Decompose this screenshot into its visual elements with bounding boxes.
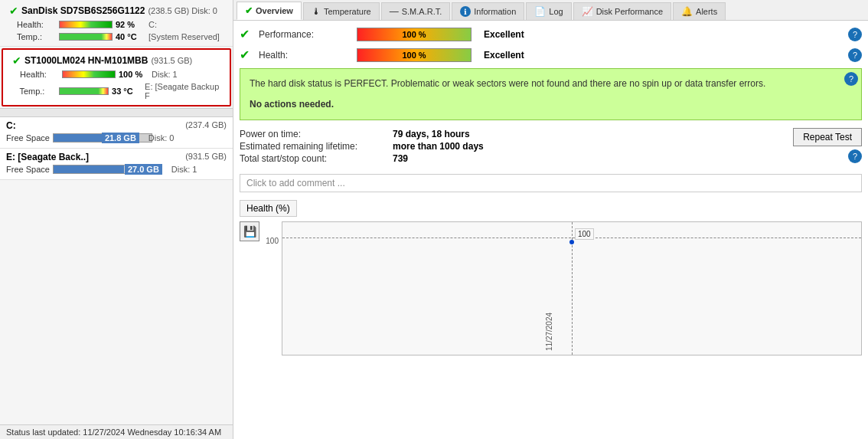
disk1-temp-bar: 40 °C [System Reserved]: [59, 32, 220, 41]
right-panel: ✔ Overview 🌡 Temperature — S.M.A.R.T. ℹ …: [233, 0, 868, 439]
information-icon: ℹ: [460, 6, 471, 17]
disk1-health-value: 92 %: [116, 20, 142, 29]
chart-canvas: 100 11/27/2024: [282, 221, 862, 355]
performance-row: ✔ Performance: 100 % Excellent ?: [240, 27, 862, 41]
tab-information[interactable]: ℹ Information: [452, 2, 524, 20]
disk1-temp-value: 40 °C: [116, 32, 142, 41]
tab-log[interactable]: 📄 Log: [526, 2, 571, 20]
stats-labels: Power on time: Estimated remaining lifet…: [240, 128, 393, 165]
disk2-temp-bar: 33 °C E: [Seagate Backup F: [59, 82, 220, 100]
tab-overview-label: Overview: [256, 6, 293, 15]
tab-alerts[interactable]: 🔔 Alerts: [673, 2, 726, 20]
perf-check-icon: ✔: [240, 27, 250, 41]
volume-e[interactable]: E: [Seagate Back..] (931.5 GB) Free Spac…: [0, 149, 233, 180]
status-bar: Status last updated: 11/27/2024 Wednesda…: [0, 424, 233, 439]
disk1-drive: C:: [148, 20, 157, 29]
disk2-check-icon: ✔: [12, 54, 21, 67]
disk2-temp-info: E: [Seagate Backup F: [145, 82, 220, 100]
smart-icon: —: [390, 6, 399, 17]
comment-box[interactable]: Click to add comment ...: [240, 174, 862, 192]
chart-x-label: 11/27/2024: [545, 313, 553, 351]
status-help-button[interactable]: ?: [844, 72, 858, 86]
disk1-title: SanDisk SD7SB6S256G1122: [21, 5, 145, 16]
startstop-value: 739: [393, 152, 793, 165]
lifetime-label: Estimated remaining lifetime:: [240, 140, 393, 152]
perf-rating: Excellent: [484, 29, 524, 40]
chart-datapoint: [569, 240, 574, 244]
tab-diskperf-label: Disk Performance: [596, 7, 663, 16]
volume-c-free-value: 21.8 GB: [102, 133, 139, 143]
disk2-item[interactable]: ✔ ST1000LM024 HN-M101MBB (931.5 GB) Heal…: [2, 48, 231, 106]
stats-values: 79 days, 18 hours more than 1000 days 73…: [393, 128, 793, 165]
startstop-label: Total start/stop count:: [240, 152, 393, 165]
perf-help-button[interactable]: ?: [848, 28, 862, 41]
comment-placeholder: Click to add comment ...: [246, 178, 345, 188]
disk2-health-label: Health:: [20, 70, 62, 79]
volume-e-free-value: 27.0 GB: [125, 164, 162, 175]
tab-smart[interactable]: — S.M.A.R.T.: [381, 2, 451, 20]
health-check-icon: ✔: [240, 48, 250, 62]
alerts-icon: 🔔: [681, 6, 693, 17]
diskperf-icon: 📈: [582, 6, 593, 17]
disk2-health-value: 100 %: [119, 70, 145, 79]
divider: [0, 108, 233, 117]
power-on-value: 79 days, 18 hours: [393, 128, 793, 140]
power-on-label: Power on time:: [240, 128, 393, 140]
disk2-title: ST1000LM024 HN-M101MBB: [24, 55, 148, 66]
disk1-item[interactable]: ✔ SanDisk SD7SB6S256G1122 (238.5 GB) Dis…: [0, 0, 233, 47]
chart-area: 💾 100 100 11/27: [240, 221, 862, 355]
temperature-icon: 🌡: [312, 6, 321, 17]
status-main-text: The hard disk status is PERFECT. Problem…: [250, 77, 852, 91]
disk1-size: (238.5 GB) Disk: 0: [148, 6, 217, 15]
chart-section: Health (%) 💾 100: [240, 200, 862, 355]
volume-e-free-label: Free Space: [6, 165, 50, 174]
health-row: ✔ Health: 100 % Excellent ?: [240, 48, 862, 62]
disk2-health-bar: 100 % Disk: 1: [62, 70, 178, 79]
chart-header: Health (%): [240, 200, 862, 217]
tab-information-label: Information: [474, 7, 516, 16]
chart-data-label: 100: [575, 228, 594, 240]
chart-title: Health (%): [240, 200, 297, 217]
volume-c[interactable]: C: (237.4 GB) Free Space 21.8 GB Disk: 0: [0, 117, 233, 149]
chart-save-button[interactable]: 💾: [240, 221, 259, 241]
perf-value: 100 %: [357, 28, 472, 41]
repeat-help-button[interactable]: ?: [848, 149, 862, 163]
volume-c-label: C:: [6, 120, 16, 131]
left-panel: ✔ SanDisk SD7SB6S256G1122 (238.5 GB) Dis…: [0, 0, 233, 439]
disk1-temp-label: Temp.:: [17, 32, 59, 41]
no-action-text: No actions needed.: [250, 97, 852, 112]
status-box: The hard disk status is PERFECT. Problem…: [240, 68, 862, 120]
volume-c-diskinfo: Disk: 0: [148, 133, 175, 143]
health-rating: Excellent: [484, 50, 524, 61]
tab-smart-label: S.M.A.R.T.: [402, 7, 442, 16]
perf-bar: 100 %: [357, 28, 472, 41]
tab-log-label: Log: [549, 7, 563, 16]
tab-overview[interactable]: ✔ Overview: [237, 2, 302, 20]
tab-diskperf[interactable]: 📈 Disk Performance: [573, 2, 671, 20]
chart-save-area: 💾: [240, 221, 259, 355]
disk2-drive: Disk: 1: [152, 70, 178, 79]
tab-bar: ✔ Overview 🌡 Temperature — S.M.A.R.T. ℹ …: [233, 0, 868, 21]
tab-temperature[interactable]: 🌡 Temperature: [303, 2, 380, 20]
health-bar: 100 %: [357, 48, 472, 62]
repeat-test-button[interactable]: Repeat Test: [793, 128, 862, 146]
disk1-check-icon: ✔: [9, 5, 18, 17]
perf-label: Performance:: [259, 29, 351, 40]
stats-section: Power on time: Estimated remaining lifet…: [240, 128, 862, 165]
log-icon: 📄: [534, 6, 546, 17]
disk2-temp-value: 33 °C: [112, 87, 139, 96]
disk2-size: (931.5 GB): [151, 56, 192, 65]
volume-e-size: (931.5 GB): [185, 152, 227, 162]
y-axis-label: 100: [266, 237, 279, 245]
disk1-health-bar: 92 % C:: [59, 20, 157, 29]
tab-temperature-label: Temperature: [324, 7, 371, 16]
volume-e-diskinfo: Disk: 1: [171, 165, 197, 174]
volume-e-label: E: [Seagate Back..]: [6, 152, 89, 162]
volume-c-free-label: Free Space: [6, 133, 50, 143]
disk2-temp-label: Temp.:: [19, 87, 59, 96]
overview-icon: ✔: [245, 5, 253, 16]
tab-alerts-label: Alerts: [696, 7, 717, 16]
disk1-health-label: Health:: [17, 20, 59, 29]
status-text: Status last updated: 11/27/2024 Wednesda…: [6, 428, 221, 437]
health-help-button[interactable]: ?: [848, 48, 862, 62]
